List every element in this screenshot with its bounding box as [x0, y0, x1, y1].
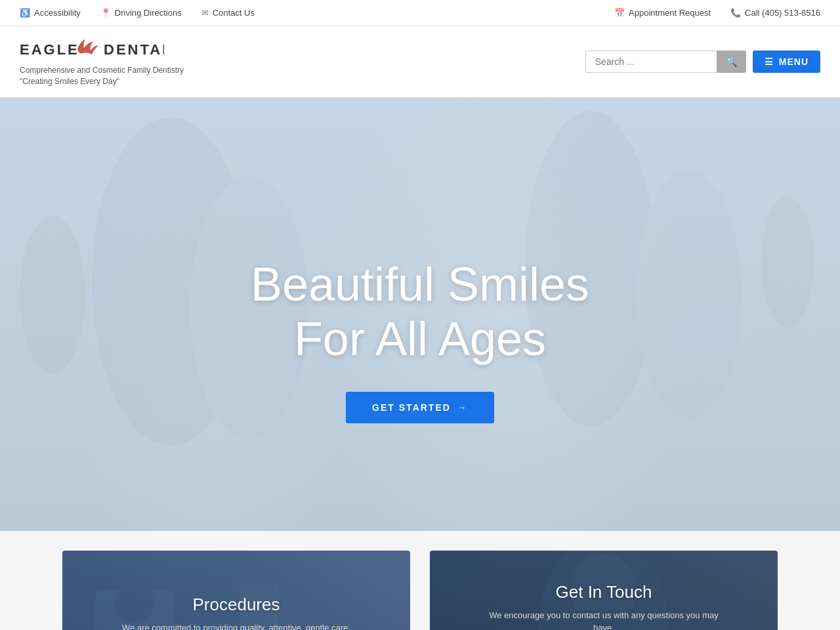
svg-point-5 — [637, 170, 742, 419]
phone-icon: 📞 — [730, 8, 741, 18]
accessibility-link[interactable]: ♿ Accessibility — [20, 8, 81, 18]
map-pin-icon: 📍 — [100, 8, 111, 18]
top-bar: ♿ Accessibility 📍 Driving Directions ✉ C… — [0, 0, 840, 26]
hero-title-line2: For All Ages — [251, 312, 589, 366]
contact-link[interactable]: ✉ Contact Us — [201, 8, 255, 18]
hero-content: Beautiful Smiles For All Ages GET STARTE… — [251, 257, 589, 424]
search-container: 🔍 — [585, 51, 746, 73]
procedures-card-desc: We are committed to providing quality, a… — [122, 621, 350, 630]
cards-section: Procedures We are committed to providing… — [0, 531, 840, 630]
logo-svg: EAGLE DENTAL — [20, 36, 164, 62]
accessibility-icon: ♿ — [20, 8, 30, 18]
top-bar-right: 📅 Appointment Request 📞 Call (405) 513-8… — [614, 8, 820, 18]
svg-point-6 — [20, 216, 85, 373]
directions-label: Driving Directions — [115, 8, 182, 18]
calendar-icon: 📅 — [614, 8, 625, 18]
get-started-button[interactable]: GET STARTED → — [346, 392, 494, 423]
logo-tagline: Comprehensive and Cosmetic Family Dentis… — [20, 65, 184, 87]
svg-text:EAGLE: EAGLE — [20, 41, 79, 58]
tagline-line1: Comprehensive and Cosmetic Family Dentis… — [20, 65, 184, 76]
tagline-line2: "Creating Smiles Every Day" — [20, 76, 184, 87]
header: EAGLE DENTAL Comprehensive and Cosmetic … — [0, 26, 840, 98]
svg-text:DENTAL: DENTAL — [104, 41, 164, 58]
phone-link[interactable]: 📞 Call (405) 513-8516 — [730, 8, 820, 18]
arrow-icon: → — [457, 402, 468, 413]
svg-point-7 — [761, 196, 814, 327]
menu-button[interactable]: ☰ MENU — [753, 51, 820, 73]
header-right: 🔍 ☰ MENU — [585, 51, 820, 73]
mail-icon: ✉ — [201, 8, 209, 18]
get-in-touch-card: Get In Touch We encourage you to contact… — [430, 551, 778, 630]
procedures-card: Procedures We are committed to providing… — [62, 551, 410, 630]
get-in-touch-card-desc: We encourage you to contact us with any … — [479, 609, 728, 630]
search-button[interactable]: 🔍 — [717, 51, 746, 73]
hamburger-icon: ☰ — [765, 56, 774, 67]
hero-section: Beautiful Smiles For All Ages GET STARTE… — [0, 98, 840, 531]
menu-label: MENU — [779, 56, 808, 67]
procedures-card-title: Procedures — [193, 595, 280, 615]
directions-link[interactable]: 📍 Driving Directions — [100, 8, 182, 18]
logo-area: EAGLE DENTAL Comprehensive and Cosmetic … — [20, 36, 184, 87]
search-input[interactable] — [585, 51, 717, 73]
hero-title: Beautiful Smiles For All Ages — [251, 257, 589, 366]
appointment-link[interactable]: 📅 Appointment Request — [614, 8, 711, 18]
phone-label: Call (405) 513-8516 — [745, 8, 820, 18]
logo[interactable]: EAGLE DENTAL — [20, 36, 184, 62]
top-bar-left: ♿ Accessibility 📍 Driving Directions ✉ C… — [20, 8, 255, 18]
get-in-touch-card-title: Get In Touch — [556, 582, 652, 602]
hero-title-line1: Beautiful Smiles — [251, 257, 589, 312]
get-started-label: GET STARTED — [372, 402, 451, 413]
contact-label: Contact Us — [213, 8, 255, 18]
accessibility-label: Accessibility — [34, 8, 81, 18]
appointment-label: Appointment Request — [629, 8, 711, 18]
search-icon: 🔍 — [726, 56, 737, 67]
